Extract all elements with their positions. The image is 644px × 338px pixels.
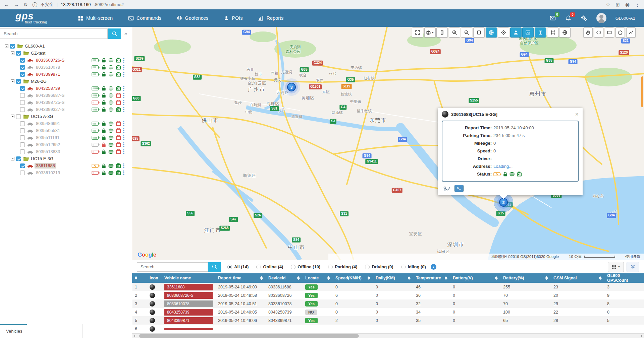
column-header-deviceid[interactable]: DeviceId: [266, 273, 303, 283]
nav-item-commands[interactable]: Commands: [128, 15, 161, 21]
table-row[interactable]: 380336100782019-05-24 10:40:518033610078…: [132, 299, 644, 308]
column-header-battery-[interactable]: Battery(%): [500, 273, 551, 283]
row-menu-icon[interactable]: [123, 58, 124, 63]
vehicle-checkbox[interactable]: [20, 58, 25, 63]
tree-vehicle-row[interactable]: 33611688: [2, 162, 130, 169]
cell-vehicle-name[interactable]: 8043258739: [162, 309, 215, 316]
vehicle-checkbox[interactable]: [20, 135, 25, 140]
sidebar-search-button[interactable]: [108, 28, 121, 39]
cell-vehicle-name[interactable]: 8033610078: [162, 300, 215, 307]
terminal-command-icon[interactable]: >_: [454, 185, 464, 192]
map-tool-text[interactable]: [535, 27, 546, 38]
tree-vehicle-row[interactable]: 8043396687-S: [2, 92, 130, 99]
scroll-left-arrow[interactable]: [134, 335, 135, 337]
popup-close-icon[interactable]: ×: [575, 112, 579, 117]
row-menu-icon[interactable]: [123, 72, 124, 77]
tree-expand-toggle[interactable]: [11, 157, 14, 160]
map-tool-image[interactable]: [522, 27, 534, 38]
cell-vehicle-name[interactable]: 33611688: [162, 284, 215, 290]
map-cluster-marker[interactable]: 3: [287, 83, 296, 91]
filter-info-icon[interactable]: i: [431, 264, 436, 270]
vehicle-name[interactable]: 8033610078: [35, 64, 61, 70]
tree-vehicle-row[interactable]: 8035505581: [2, 127, 130, 134]
vehicle-name-badge[interactable]: 8043258739: [164, 309, 213, 316]
sort-icon[interactable]: [297, 276, 300, 280]
column-header-speed-km-h-[interactable]: Speed(KM/H): [333, 273, 373, 283]
vehicle-checkbox[interactable]: [20, 86, 25, 91]
group-name[interactable]: UC15 A-3G: [31, 114, 53, 119]
vehicle-name[interactable]: 8043399327-S: [35, 107, 66, 112]
map-tool-rectangle[interactable]: [605, 27, 614, 38]
vehicle-checkbox[interactable]: [20, 149, 25, 154]
group-checkbox[interactable]: [16, 114, 21, 119]
back-icon[interactable]: ←: [4, 2, 9, 7]
sort-icon[interactable]: [545, 276, 548, 280]
group-name[interactable]: GL600-A1: [25, 44, 45, 49]
tree-vehicle-row[interactable]: 8033610078: [2, 64, 130, 71]
vehicle-name[interactable]: 8043396687-S: [35, 92, 66, 98]
map-tool-zoom-out[interactable]: [461, 27, 472, 38]
popup-row-value[interactable]: Loading...: [493, 164, 513, 169]
nav-item-reports[interactable]: Reports: [258, 15, 283, 21]
map-tool-fullscreen[interactable]: [412, 27, 423, 38]
column-header--[interactable]: #: [132, 273, 147, 283]
row-menu-icon[interactable]: [123, 128, 124, 133]
tree-vehicle-row[interactable]: 8035511191: [2, 134, 130, 141]
tree-expand-toggle[interactable]: [11, 115, 14, 118]
user-avatar[interactable]: [596, 13, 606, 23]
group-checkbox[interactable]: [16, 51, 21, 56]
row-menu-icon[interactable]: [123, 93, 124, 98]
group-name[interactable]: UC15 E-3G: [31, 156, 53, 161]
tab-vehicles[interactable]: Vehicles: [0, 324, 83, 338]
vehicle-name[interactable]: 8035486691: [35, 121, 61, 126]
group-checkbox[interactable]: [16, 156, 21, 161]
vehicle-checkbox[interactable]: [20, 171, 25, 175]
reload-icon[interactable]: ↻: [23, 2, 28, 7]
column-header-vehicle-name[interactable]: Vehicle name: [162, 273, 215, 283]
nav-item-geofences[interactable]: Geofences: [177, 15, 208, 21]
vehicle-checkbox[interactable]: [20, 163, 25, 168]
column-header-temperature[interactable]: Temperature: [413, 273, 450, 283]
map-tool-square[interactable]: [473, 27, 485, 38]
column-header-gl600-gpscount[interactable]: GL600 GPSCount: [604, 273, 644, 283]
scroll-right-arrow[interactable]: [641, 335, 642, 337]
vehicle-name[interactable]: 8035505581: [35, 128, 61, 133]
sidebar-collapse-icon[interactable]: «: [121, 31, 130, 37]
vehicle-name[interactable]: 8033608726-S: [35, 57, 66, 63]
column-header-daily-km-[interactable]: Daily(KM): [373, 273, 413, 283]
column-header-locate[interactable]: Locate: [303, 273, 333, 283]
vehicle-name[interactable]: 8043398725-S: [35, 99, 66, 105]
column-header-report-time[interactable]: Report time: [215, 273, 266, 283]
filter-online[interactable]: Online (4): [256, 264, 283, 269]
radio-icon[interactable]: [227, 265, 232, 269]
group-checkbox[interactable]: [10, 44, 15, 49]
column-header-icon[interactable]: Icon: [147, 273, 162, 283]
map-tool-layers[interactable]: ▼: [424, 27, 436, 38]
tree-expand-toggle[interactable]: [5, 44, 8, 48]
sidebar-search-input[interactable]: [0, 28, 108, 39]
tree-expand-toggle[interactable]: [11, 51, 14, 55]
map-tool-circles[interactable]: [486, 27, 497, 38]
row-menu-icon[interactable]: [123, 121, 124, 126]
track-playback-icon[interactable]: [442, 186, 451, 192]
tree-vehicle-row[interactable]: 8035512652: [2, 141, 130, 148]
radio-icon[interactable]: [256, 265, 261, 269]
vehicle-checkbox[interactable]: [20, 100, 25, 105]
sort-icon[interactable]: [599, 276, 602, 280]
vehicle-name-badge[interactable]: 8033610078: [164, 300, 213, 307]
radio-icon[interactable]: [291, 265, 296, 269]
cell-vehicle-name[interactable]: [162, 328, 215, 330]
app-logo[interactable]: gps fleet tracking: [0, 12, 66, 24]
settings-gears-icon[interactable]: [581, 15, 587, 21]
vehicle-checkbox[interactable]: [20, 107, 25, 112]
filter-idling[interactable]: Idling (0): [401, 264, 426, 269]
vehicle-name[interactable]: 8035513833: [35, 149, 61, 154]
tree-vehicle-row[interactable]: 8043398725-S: [2, 99, 130, 106]
row-menu-icon[interactable]: [123, 100, 124, 105]
nav-item-pois[interactable]: POIs: [224, 15, 243, 21]
vehicle-name[interactable]: 33611688: [35, 163, 56, 168]
vehicle-checkbox[interactable]: [20, 93, 25, 98]
cell-vehicle-name[interactable]: 8043399871: [162, 317, 215, 324]
row-menu-icon[interactable]: [123, 163, 124, 168]
row-menu-icon[interactable]: [123, 142, 124, 147]
